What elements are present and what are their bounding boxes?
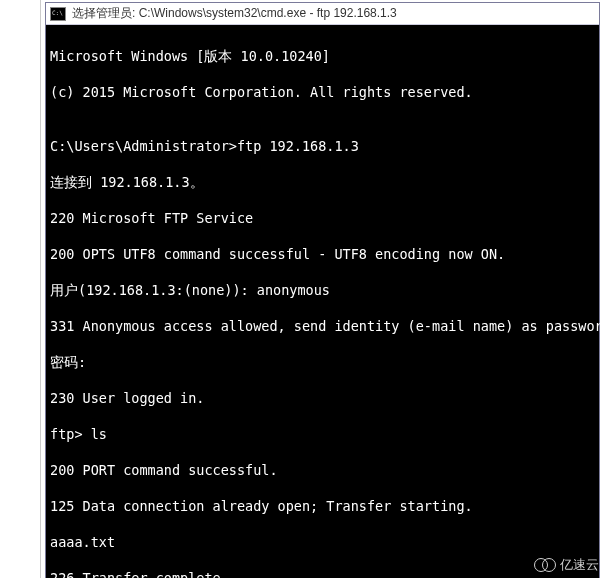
watermark-text: 亿速云 — [560, 556, 599, 574]
cmd-body[interactable]: Microsoft Windows [版本 10.0.10240] (c) 20… — [46, 25, 599, 578]
cmd-titlebar[interactable]: 选择管理员: C:\Windows\system32\cmd.exe - ftp… — [46, 3, 599, 25]
cmd-icon — [50, 7, 66, 21]
vertical-rule — [40, 0, 41, 578]
cmd-line: 连接到 192.168.1.3。 — [50, 173, 595, 191]
cmd-line: Microsoft Windows [版本 10.0.10240] — [50, 47, 595, 65]
cmd-line: 200 PORT command successful. — [50, 461, 595, 479]
cmd-line: 331 Anonymous access allowed, send ident… — [50, 317, 595, 335]
cmd-line: 230 User logged in. — [50, 389, 595, 407]
cmd-line: ftp> ls — [50, 425, 595, 443]
cmd-line: (c) 2015 Microsoft Corporation. All righ… — [50, 83, 595, 101]
cmd-line: 220 Microsoft FTP Service — [50, 209, 595, 227]
cmd-title-text: 选择管理员: C:\Windows\system32\cmd.exe - ftp… — [72, 5, 397, 22]
cloud-logo-icon — [534, 558, 556, 572]
content-area: 选择管理员: C:\Windows\system32\cmd.exe - ftp… — [45, 0, 605, 578]
cmd-window: 选择管理员: C:\Windows\system32\cmd.exe - ftp… — [45, 2, 600, 578]
cmd-line: 125 Data connection already open; Transf… — [50, 497, 595, 515]
cmd-text: 331 Anonymous access allowed, send ident… — [50, 318, 605, 334]
cmd-line: 200 OPTS UTF8 command successful - UTF8 … — [50, 245, 595, 263]
cmd-line: C:\Users\Administrator>ftp 192.168.1.3 — [50, 137, 595, 155]
cmd-line: 226 Transfer complete. — [50, 569, 595, 578]
cmd-line: 用户(192.168.1.3:(none)): anonymous — [50, 281, 595, 299]
cmd-line: 密码: — [50, 353, 595, 371]
cmd-line: aaaa.txt — [50, 533, 595, 551]
watermark: 亿速云 — [534, 556, 599, 574]
